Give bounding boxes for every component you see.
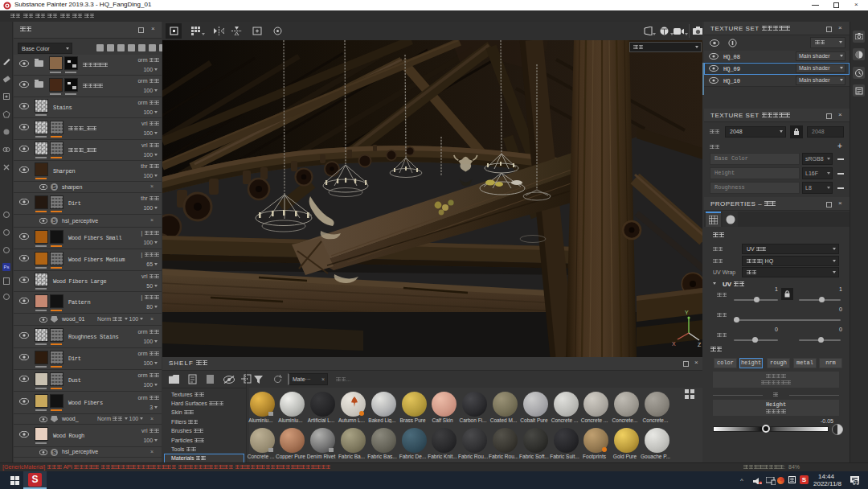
svg-text:Z: Z: [698, 342, 702, 347]
svg-text:X: X: [672, 341, 676, 347]
svg-text:Y: Y: [685, 310, 689, 315]
svg-text:21: 21: [854, 480, 859, 485]
